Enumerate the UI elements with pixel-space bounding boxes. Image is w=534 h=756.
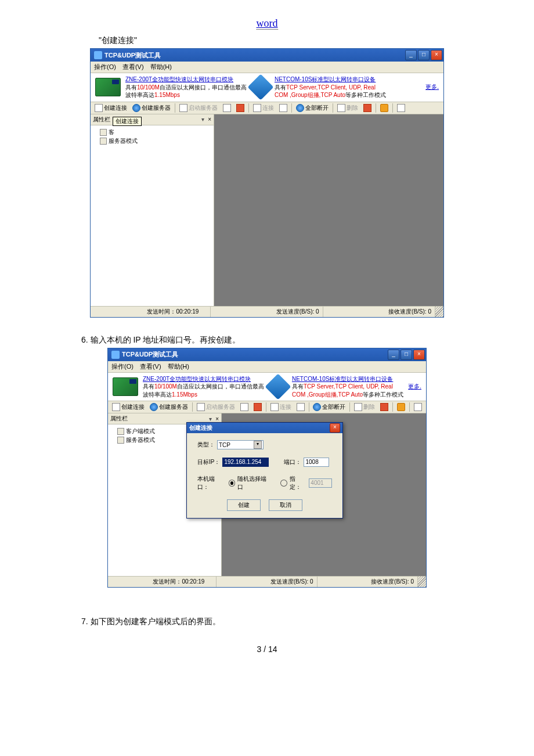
dialog-close[interactable]: ×: [330, 423, 340, 433]
menubar: 操作(O) 查看(V) 帮助(H): [91, 62, 443, 73]
tb-x3: [277, 103, 289, 113]
minimize-button[interactable]: _: [388, 350, 399, 360]
tb-delete: 删除: [335, 103, 360, 113]
radio-fixed[interactable]: [280, 480, 287, 487]
banner-right: NETCOM-10S标准型以太网转串口设备 具有TCP Server,TCP C…: [292, 375, 403, 399]
tb-disconnect-all[interactable]: 全部断开: [311, 402, 347, 412]
tb-disconnect-all[interactable]: 全部断开: [294, 103, 330, 113]
side-header: 属性栏 ▾ ×: [91, 114, 214, 125]
menu-view[interactable]: 查看(V): [140, 363, 161, 370]
tb-start-server: 启动服务器: [195, 402, 237, 412]
tree-tooltip: 创建连接: [113, 117, 142, 126]
window-title: TCP&UDP测试工具: [122, 350, 388, 359]
pin-icon[interactable]: ▾: [209, 416, 212, 422]
content-area: [214, 114, 443, 306]
tree-server[interactable]: 服务器模式: [100, 137, 210, 145]
dialog-titlebar: 创建连接 ×: [187, 423, 342, 433]
tb-delete: 删除: [352, 402, 377, 412]
word-link[interactable]: word: [257, 17, 278, 30]
fixed-port-input: 4001: [309, 478, 332, 488]
ad-banner: ZNE-200T全功能型快速以太网转串口模块 具有10/100M自适应以太网接口…: [108, 373, 426, 402]
tb-create-server[interactable]: 创建服务器: [148, 402, 190, 412]
menu-help[interactable]: 帮助(H): [168, 363, 189, 370]
side-close[interactable]: ×: [215, 416, 219, 422]
netcom-link[interactable]: NETCOM-10S标准型以太网转串口设备: [292, 376, 393, 382]
menu-view[interactable]: 查看(V): [122, 63, 144, 70]
statusbar: 发送时间：00:20:19 发送速度(B/S): 0 接收速度(B/S): 0: [108, 576, 426, 587]
statusbar: 发送时间：00:20:19 发送速度(B/S): 0 接收速度(B/S): 0: [91, 306, 443, 317]
netcom-icon: [265, 373, 291, 399]
dlg-create-button[interactable]: 创建: [227, 499, 261, 511]
create-conn-dialog: 创建连接 × 类型： TCP▾ 目标IP： 192.168.1.254 端口： …: [186, 422, 343, 519]
tree: 客 创建连接 服务器模式: [91, 125, 214, 148]
toolbar: 创建连接 创建服务器 启动服务器 连接 全部断开 删除: [91, 102, 443, 114]
tb-create-conn[interactable]: 创建连接: [110, 402, 146, 412]
app-icon: [111, 351, 120, 359]
app-window-2: TCP&UDP测试工具 _ □ × 操作(O) 查看(V) 帮助(H) ZNE-…: [107, 348, 427, 588]
ip-input[interactable]: 192.168.1.254: [222, 458, 269, 467]
tb-start-server: 启动服务器: [178, 103, 219, 113]
zne-link[interactable]: ZNE-200T全功能型快速以太网转串口模块: [143, 376, 251, 382]
banner-left: ZNE-200T全功能型快速以太网转串口模块 具有10/100M自适应以太网接口…: [125, 75, 247, 99]
menu-op[interactable]: 操作(O): [94, 63, 116, 70]
app-window-1: TCP&UDP测试工具 _ □ × 操作(O) 查看(V) 帮助(H) ZNE-…: [90, 48, 444, 318]
caption-create: "创建连接": [99, 35, 534, 46]
more-link[interactable]: 更多.: [408, 383, 421, 391]
minimize-button[interactable]: _: [405, 50, 417, 60]
type-label: 类型：: [197, 441, 215, 449]
ip-label: 目标IP：: [197, 458, 220, 466]
tb-connect: 连接: [251, 103, 276, 113]
maximize-button[interactable]: □: [400, 350, 412, 360]
close-button[interactable]: ×: [413, 350, 425, 360]
tb-connect: 连接: [269, 402, 293, 412]
tb-x4[interactable]: [362, 103, 373, 113]
port-label: 端口：: [284, 458, 301, 466]
banner-left: ZNE-200T全功能型快速以太网转串口模块 具有10/100M自适应以太网接口…: [143, 375, 264, 399]
netcom-icon: [247, 74, 273, 100]
local-port-label: 本机端口：: [197, 475, 226, 491]
side-close[interactable]: ×: [208, 116, 211, 123]
pin-icon[interactable]: ▾: [201, 116, 204, 123]
chip-icon: [95, 78, 121, 96]
tb-x2: [234, 103, 246, 113]
window-title: TCP&UDP测试工具: [104, 51, 405, 60]
zne-link[interactable]: ZNE-200T全功能型快速以太网转串口模块: [125, 76, 233, 82]
radio-random[interactable]: [229, 480, 236, 487]
chip-icon: [113, 377, 138, 396]
type-select[interactable]: TCP▾: [217, 440, 264, 449]
caption-7: 7. 如下图为创建客户端模式后的界面。: [81, 617, 534, 627]
tb-create-server[interactable]: 创建服务器: [131, 103, 172, 113]
netcom-link[interactable]: NETCOM-10S标准型以太网转串口设备: [275, 76, 376, 82]
banner-right: NETCOM-10S标准型以太网转串口设备 具有TCP Server,TCP C…: [275, 75, 386, 99]
ad-banner: ZNE-200T全功能型快速以太网转串口模块 具有10/100M自适应以太网接口…: [91, 73, 443, 102]
tb-x1: [221, 103, 233, 113]
dlg-cancel-button[interactable]: 取消: [269, 499, 302, 511]
doc-header: word: [0, 17, 534, 30]
titlebar: TCP&UDP测试工具 _ □ ×: [91, 49, 443, 62]
tb-x6[interactable]: [395, 103, 407, 113]
menu-help[interactable]: 帮助(H): [150, 63, 172, 70]
menubar: 操作(O) 查看(V) 帮助(H): [108, 361, 426, 373]
toolbar: 创建连接 创建服务器 启动服务器 连接 全部断开 删除: [108, 401, 426, 413]
more-link[interactable]: 更多.: [425, 83, 439, 91]
menu-op[interactable]: 操作(O): [111, 363, 134, 370]
close-button[interactable]: ×: [431, 50, 442, 60]
tb-x5[interactable]: [378, 103, 390, 113]
page-number: 3 / 14: [0, 645, 534, 654]
tb-create-conn[interactable]: 创建连接: [93, 103, 129, 113]
titlebar: TCP&UDP测试工具 _ □ ×: [108, 348, 426, 361]
port-input[interactable]: 1008: [304, 458, 329, 467]
sidebar: 属性栏 ▾ × 客 创建连接 服务器模式: [91, 114, 214, 306]
caption-6: 6. 输入本机的 IP 地址和端口号。再按创建。: [81, 335, 534, 345]
tree-client[interactable]: 客: [100, 128, 210, 136]
maximize-button[interactable]: □: [418, 50, 430, 60]
app-icon: [94, 51, 102, 59]
